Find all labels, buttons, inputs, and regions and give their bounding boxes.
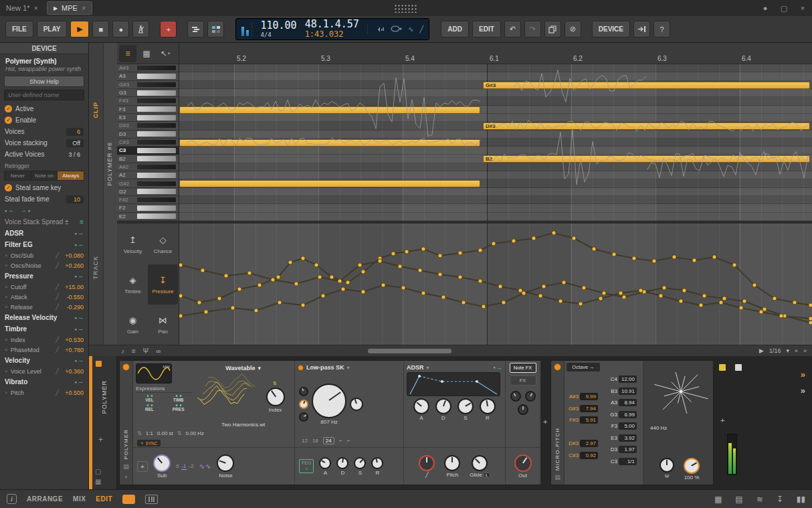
piano-key-B2[interactable]: B2 xyxy=(117,155,179,163)
envelope-display[interactable] xyxy=(407,372,500,396)
piano-key-C#3[interactable]: C#3 xyxy=(117,139,179,147)
sync-badge[interactable]: ∿SYNC xyxy=(137,440,161,446)
mod-source-icon[interactable] xyxy=(74,242,84,248)
copy-button[interactable] xyxy=(544,21,561,37)
song-position[interactable]: 48.1.4.57 xyxy=(305,19,359,30)
note-editor-view-icon[interactable] xyxy=(187,21,204,37)
mod-target-index[interactable]: ×Index╱+0.530 xyxy=(0,335,88,345)
mod-amount-value[interactable]: +0.780 xyxy=(62,347,84,353)
mod-source-icon[interactable] xyxy=(74,379,84,385)
polymer-device[interactable]: POLYMER ▤ + MW xyxy=(119,360,542,485)
layers-icon[interactable]: ≡ xyxy=(132,347,136,355)
pads-icon[interactable]: ▦ xyxy=(95,478,101,485)
mod-amount-value[interactable]: -0.550 xyxy=(62,294,84,301)
remove-mod-icon[interactable]: × xyxy=(5,337,8,343)
remote-controls-icon[interactable]: ▤ xyxy=(123,463,129,471)
micropitch-entry-F3[interactable]: F35.00 xyxy=(606,421,637,431)
note[interactable] xyxy=(179,106,480,114)
remote-controls-icon[interactable]: ▤ xyxy=(554,474,561,482)
zoom-out-icon[interactable]: « xyxy=(795,347,798,354)
env-mod-source-icon[interactable] xyxy=(493,365,502,371)
piano-key-E2[interactable]: E2 xyxy=(117,213,179,221)
close-icon[interactable]: × xyxy=(33,4,37,12)
retrigger-never[interactable]: Never xyxy=(5,171,31,180)
reference-frequency[interactable]: 440 Hz xyxy=(650,425,667,431)
octave-mode-selector[interactable]: Octave → xyxy=(567,363,600,371)
audition-icon[interactable]: ♪ xyxy=(121,347,124,355)
mod-amount-slider[interactable]: ╱ xyxy=(56,337,59,343)
redo-button[interactable]: ↷ xyxy=(524,21,541,37)
filter-resonance-knob[interactable] xyxy=(350,398,363,411)
project-tab-2[interactable]: ▶ MPE × xyxy=(47,1,92,15)
mod-target-voice-level[interactable]: ×Voice Level╱+0.360 xyxy=(0,366,88,376)
view-edit[interactable]: EDIT xyxy=(96,495,112,503)
show-help-button[interactable]: Show Help xyxy=(4,76,84,87)
automation-write-icon[interactable]: ╱ xyxy=(419,25,423,33)
filter-drive-knob[interactable] xyxy=(299,387,308,396)
mod-source-icon[interactable] xyxy=(74,326,84,332)
meters-panel-icon[interactable]: ▮▮ xyxy=(797,495,805,504)
expand-device-icon[interactable]: + xyxy=(124,474,128,482)
sub-octave-selector[interactable]: 0 -1 -2 xyxy=(176,463,194,470)
glide-knob[interactable] xyxy=(472,455,488,471)
modulator-section-adsr[interactable]: ADSR xyxy=(0,228,88,239)
retrigger-always[interactable]: Always xyxy=(58,171,84,180)
insert-device-icon[interactable] xyxy=(633,21,650,37)
sub-level-knob[interactable] xyxy=(153,454,171,472)
mod-amount-slider[interactable]: ╱ xyxy=(56,294,59,300)
micropitch-entry-A3[interactable]: A38.94 xyxy=(606,398,637,408)
fx-tab[interactable]: FX xyxy=(510,375,536,386)
grid-view-button[interactable]: ▦ xyxy=(138,45,155,62)
loop-icon[interactable] xyxy=(390,25,402,34)
remove-mod-icon[interactable]: × xyxy=(5,368,8,374)
piano-key-F3[interactable]: F3 xyxy=(117,106,179,114)
help-button[interactable]: ? xyxy=(653,21,670,37)
layer-column[interactable] xyxy=(103,43,117,345)
cancel-button[interactable]: ⊘ xyxy=(565,21,581,37)
mod-amount-value[interactable]: +0.500 xyxy=(62,390,84,396)
expression-lane-pan[interactable]: ⋈Pan xyxy=(148,305,178,345)
link-icon[interactable]: ∞ xyxy=(156,347,161,355)
note[interactable] xyxy=(179,139,480,147)
add-device-button[interactable]: + xyxy=(98,435,103,444)
mod-amount-slider[interactable]: ╱ xyxy=(56,390,59,396)
device-power-button[interactable] xyxy=(554,363,561,371)
mixer-view-icon[interactable] xyxy=(207,21,224,37)
pointer-tool-button[interactable]: ↖▾ xyxy=(157,45,174,62)
filter-cutoff-knob[interactable] xyxy=(312,384,346,418)
pitch-knob[interactable] xyxy=(444,455,460,471)
micropitch-entry-C4[interactable]: C412.00 xyxy=(606,374,637,384)
track-tab[interactable]: TRACK xyxy=(92,256,99,280)
inserts-panel-icon[interactable]: ↧ xyxy=(777,495,783,504)
follow-playback-icon[interactable]: ▶ xyxy=(759,347,764,354)
horizontal-scrollbar[interactable] xyxy=(368,349,451,353)
add-oscillator-button[interactable]: + xyxy=(137,461,148,472)
piano-key-A#3[interactable]: A#3 xyxy=(117,64,179,72)
micropitch-entry-C#3[interactable]: C#30.92 xyxy=(567,450,598,460)
piano-key-A3[interactable]: A3 xyxy=(117,72,179,80)
record-button[interactable]: ● xyxy=(112,21,129,37)
feg-decay-knob[interactable] xyxy=(336,457,348,469)
device-slot-button-white[interactable] xyxy=(735,364,742,371)
metronome-button[interactable] xyxy=(132,21,149,37)
time-signature[interactable]: 4/4 xyxy=(260,31,296,38)
piano-key-F#3[interactable]: F#3 xyxy=(117,97,179,105)
filter-keytrack-knob[interactable] xyxy=(299,400,308,409)
wavetable-file-name[interactable]: Two Harmonics.wt xyxy=(195,422,292,428)
active-toggle[interactable]: ✓ Active xyxy=(0,103,88,114)
index-knob[interactable] xyxy=(266,388,285,406)
note-list-view-button[interactable]: ≡ xyxy=(119,45,136,62)
envelope-type[interactable]: ADSR xyxy=(407,364,424,371)
osc-waveform-display[interactable]: MW xyxy=(136,363,172,384)
expression-timb[interactable]: TIMB xyxy=(165,395,192,402)
retrigger-selector[interactable]: Never Note on Always xyxy=(4,171,84,181)
mod-amount-value[interactable]: +0.260 xyxy=(62,262,84,269)
mod-amount-slider[interactable]: ╱ xyxy=(56,304,59,310)
transport-display[interactable]: 110.00 4/4 48.1.4.57 1:43.032 ∿ ╱ xyxy=(235,18,429,40)
enable-toggle[interactable]: ✓ Enable xyxy=(0,114,88,126)
piano-key-E3[interactable]: E3 xyxy=(117,114,179,122)
piano-key-F#2[interactable]: F#2 xyxy=(117,196,179,204)
fx-mix-knob[interactable] xyxy=(518,404,528,415)
active-panel-icon[interactable] xyxy=(122,495,135,504)
micropitch-entry-G#3[interactable]: G#37.94 xyxy=(567,404,598,414)
